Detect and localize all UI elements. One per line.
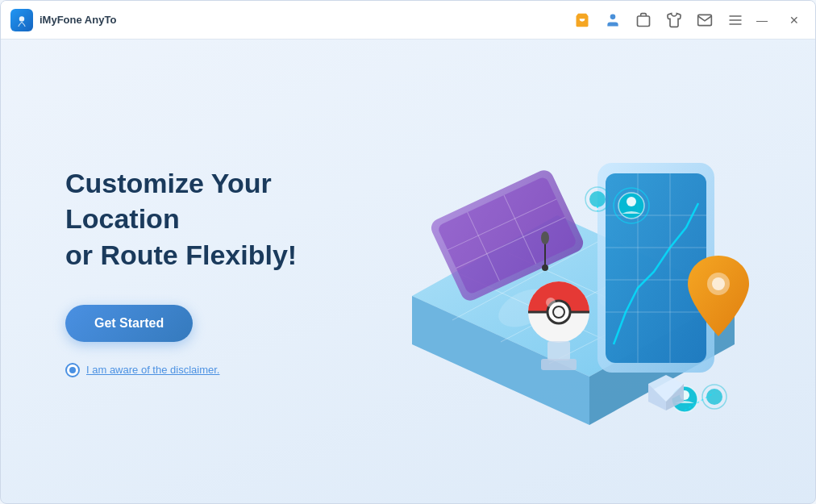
menu-icon[interactable] (726, 11, 744, 29)
disclaimer-radio[interactable] (65, 363, 80, 377)
app-icon (10, 9, 33, 31)
disclaimer-row: I am aware of the disclaimer. (65, 363, 372, 377)
main-content: Customize Your Location or Route Flexibl… (1, 40, 815, 503)
title-bar-icons (573, 11, 744, 29)
svg-rect-46 (541, 359, 577, 370)
user-icon[interactable] (604, 11, 622, 29)
svg-point-23 (541, 231, 549, 244)
hero-illustration (348, 86, 767, 457)
svg-point-44 (546, 298, 556, 307)
get-started-button[interactable]: Get Started (65, 305, 193, 342)
svg-rect-45 (547, 341, 570, 360)
minimize-button[interactable]: — (751, 9, 773, 31)
cart-icon[interactable] (573, 11, 591, 29)
bag-icon[interactable] (635, 11, 652, 29)
svg-point-52 (712, 277, 725, 290)
illustration-area (372, 72, 751, 471)
left-content: Customize Your Location or Route Flexibl… (65, 165, 372, 377)
svg-point-41 (553, 306, 564, 318)
app-window: iMyFone AnyTo (0, 0, 816, 504)
headline: Customize Your Location or Route Flexibl… (65, 165, 372, 273)
svg-point-0 (19, 16, 24, 21)
svg-point-55 (706, 389, 722, 405)
disclaimer-radio-inner (69, 367, 76, 373)
svg-point-33 (627, 197, 636, 206)
mail-icon[interactable] (696, 11, 714, 29)
svg-point-53 (589, 191, 606, 207)
svg-point-22 (542, 264, 548, 271)
window-controls: — ✕ (751, 9, 806, 31)
svg-rect-1 (638, 16, 650, 27)
tshirt-icon[interactable] (665, 11, 683, 29)
app-title: iMyFone AnyTo (40, 14, 116, 26)
disclaimer-link[interactable]: I am aware of the disclaimer. (86, 364, 219, 376)
title-bar: iMyFone AnyTo (1, 1, 815, 40)
close-button[interactable]: ✕ (783, 9, 806, 31)
title-bar-left: iMyFone AnyTo (10, 9, 573, 31)
